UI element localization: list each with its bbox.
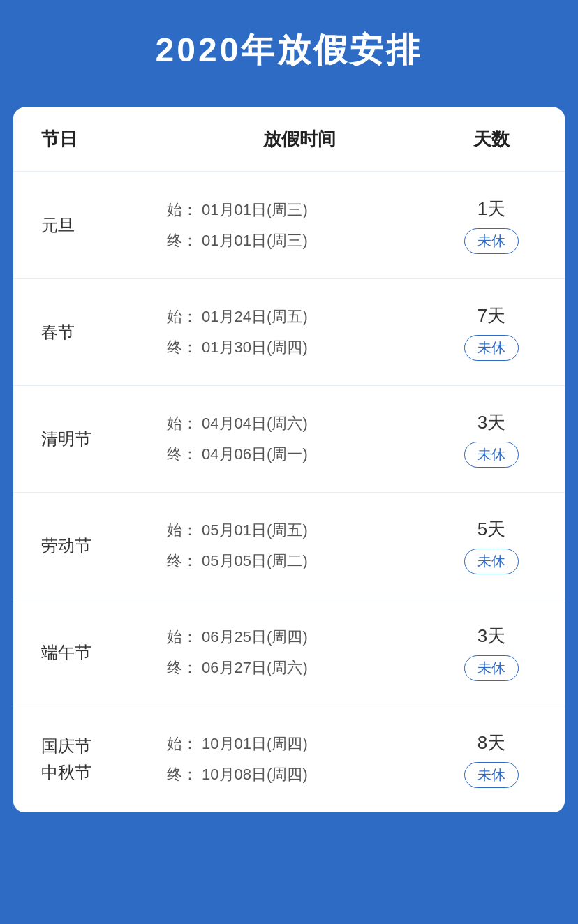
holiday-dates: 始： 10月01日(周四) 终： 10月08日(周四) <box>153 729 446 790</box>
start-date: 始： 05月01日(周五) <box>167 515 446 546</box>
end-date: 终： 06月27日(周六) <box>167 653 446 683</box>
table-row: 劳动节 始： 05月01日(周五) 终： 05月05日(周二) 5天 未休 <box>13 493 565 599</box>
holiday-days-col: 5天 未休 <box>446 517 537 574</box>
end-date: 终： 05月05日(周二) <box>167 546 446 576</box>
end-date: 终： 01月01日(周三) <box>167 225 446 256</box>
days-count: 5天 <box>477 517 505 542</box>
end-date: 终： 04月06日(周一) <box>167 439 446 470</box>
days-count: 8天 <box>477 731 505 755</box>
start-date: 始： 01月01日(周三) <box>167 195 446 225</box>
start-date: 始： 04月04日(周六) <box>167 408 446 439</box>
end-date: 终： 10月08日(周四) <box>167 759 446 790</box>
holiday-name: 端午节 <box>41 639 153 666</box>
status-badge: 未休 <box>464 335 519 361</box>
col-header-holiday: 节日 <box>41 127 153 151</box>
table-row: 元旦 始： 01月01日(周三) 终： 01月01日(周三) 1天 未休 <box>13 172 565 279</box>
holiday-dates: 始： 05月01日(周五) 终： 05月05日(周二) <box>153 515 446 576</box>
holiday-name: 春节 <box>41 319 153 345</box>
holiday-dates: 始： 04月04日(周六) 终： 04月06日(周一) <box>153 408 446 470</box>
holiday-days-col: 8天 未休 <box>446 731 537 788</box>
main-card: 节日 放假时间 天数 元旦 始： 01月01日(周三) 终： 01月01日(周三… <box>13 107 565 812</box>
holiday-days-col: 1天 未休 <box>446 197 537 254</box>
holiday-name: 元旦 <box>41 212 153 239</box>
holiday-dates: 始： 06月25日(周四) 终： 06月27日(周六) <box>153 622 446 683</box>
status-badge: 未休 <box>464 549 519 574</box>
holiday-days-col: 7天 未休 <box>446 304 537 361</box>
days-count: 3天 <box>477 410 505 435</box>
col-header-time: 放假时间 <box>153 127 446 151</box>
status-badge: 未休 <box>464 228 519 254</box>
holiday-name: 清明节 <box>41 426 153 452</box>
table-row: 清明节 始： 04月04日(周六) 终： 04月06日(周一) 3天 未休 <box>13 386 565 493</box>
holiday-name: 国庆节 中秋节 <box>41 733 153 787</box>
start-date: 始： 06月25日(周四) <box>167 622 446 653</box>
table-row: 春节 始： 01月24日(周五) 终： 01月30日(周四) 7天 未休 <box>13 279 565 386</box>
holiday-days-col: 3天 未休 <box>446 624 537 681</box>
holiday-dates: 始： 01月24日(周五) 终： 01月30日(周四) <box>153 301 446 363</box>
status-badge: 未休 <box>464 762 519 788</box>
table-row: 端午节 始： 06月25日(周四) 终： 06月27日(周六) 3天 未休 <box>13 599 565 706</box>
days-count: 1天 <box>477 197 505 221</box>
holiday-name: 劳动节 <box>41 532 153 559</box>
table-row: 国庆节 中秋节 始： 10月01日(周四) 终： 10月08日(周四) 8天 未… <box>13 706 565 812</box>
holiday-days-col: 3天 未休 <box>446 410 537 468</box>
start-date: 始： 10月01日(周四) <box>167 729 446 759</box>
status-badge: 未休 <box>464 442 519 468</box>
status-badge: 未休 <box>464 655 519 681</box>
holiday-dates: 始： 01月01日(周三) 终： 01月01日(周三) <box>153 195 446 256</box>
days-count: 3天 <box>477 624 505 648</box>
page-title: 2020年放假安排 <box>0 28 578 73</box>
page-header: 2020年放假安排 <box>0 0 578 107</box>
table-header: 节日 放假时间 天数 <box>13 107 565 172</box>
col-header-days: 天数 <box>446 127 537 151</box>
start-date: 始： 01月24日(周五) <box>167 301 446 332</box>
end-date: 终： 01月30日(周四) <box>167 332 446 363</box>
days-count: 7天 <box>477 304 505 328</box>
